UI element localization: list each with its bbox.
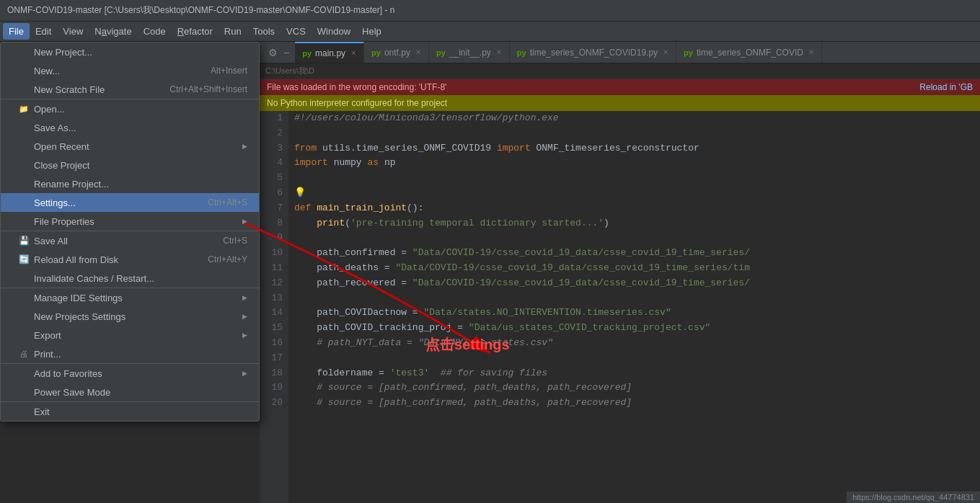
folder-icon: 📁 bbox=[18, 103, 30, 115]
reload-encoding-btn[interactable]: Reload in 'GB bbox=[919, 82, 973, 92]
code-editor[interactable]: 1 2 3 4 5 6 7 8 9 10 11 12 13 14 15 16 1… bbox=[260, 111, 980, 503]
tab-close-ontf[interactable]: ✕ bbox=[415, 48, 421, 56]
menu-export[interactable]: Export ▶ bbox=[1, 326, 259, 344]
menu-invalidate-caches[interactable]: Invalidate Caches / Restart... bbox=[1, 269, 259, 288]
menu-window[interactable]: Window bbox=[312, 23, 356, 40]
menu-vcs[interactable]: VCS bbox=[281, 23, 312, 40]
editor-container: ⚙ − py main.py ✕ py ontf.py ✕ py __init_… bbox=[260, 42, 980, 503]
interpreter-notification: No Python interpreter configured for the… bbox=[260, 95, 980, 111]
menu-navigate[interactable]: Navigate bbox=[89, 23, 137, 40]
menu-close-project[interactable]: Close Project bbox=[1, 156, 259, 174]
tab-close-main[interactable]: ✕ bbox=[350, 49, 356, 57]
settings-icon bbox=[18, 197, 30, 208]
tab-time-series2-py[interactable]: py time_series_ONMF_COVID ✕ bbox=[676, 42, 822, 63]
tab-close-time2[interactable]: ✕ bbox=[808, 48, 814, 56]
breadcrumb: C:\Users\我\D bbox=[260, 63, 980, 79]
menu-refactor[interactable]: Refactor bbox=[172, 23, 218, 40]
menu-new[interactable]: New... Alt+Insert bbox=[1, 61, 259, 80]
manage-ide-icon bbox=[18, 292, 30, 303]
minimize-btn[interactable]: − bbox=[282, 45, 291, 60]
menu-code[interactable]: Code bbox=[138, 23, 172, 40]
menu-edit[interactable]: Edit bbox=[30, 23, 57, 40]
tab-tools: ⚙ − bbox=[262, 42, 295, 63]
menu-manage-ide[interactable]: Manage IDE Settings ▶ bbox=[1, 288, 259, 307]
tab-close-init[interactable]: ✕ bbox=[496, 48, 502, 56]
ontf-py-icon: py bbox=[371, 48, 381, 57]
close-project-icon bbox=[18, 159, 30, 171]
reload-icon: 🔄 bbox=[18, 254, 30, 265]
click-settings-annotation: 点击settings bbox=[425, 335, 510, 355]
time-series-icon: py bbox=[517, 48, 526, 57]
menu-new-projects-settings[interactable]: New Projects Settings ▶ bbox=[1, 307, 259, 326]
recent-arrow: ▶ bbox=[242, 143, 247, 150]
power-save-icon bbox=[18, 386, 30, 398]
favorites-arrow: ▶ bbox=[242, 370, 247, 377]
tab-main-py[interactable]: py main.py ✕ bbox=[295, 42, 364, 63]
menu-settings[interactable]: Settings... Ctrl+Alt+S bbox=[1, 193, 259, 212]
line-numbers: 1 2 3 4 5 6 7 8 9 10 11 12 13 14 15 16 1… bbox=[260, 111, 288, 503]
new-projects-icon bbox=[18, 311, 30, 322]
menu-rename-project[interactable]: Rename Project... bbox=[1, 174, 259, 193]
export-arrow: ▶ bbox=[242, 331, 247, 339]
new-projects-arrow: ▶ bbox=[242, 313, 247, 320]
menu-file[interactable]: File bbox=[3, 23, 30, 40]
menu-add-favorites[interactable]: Add to Favorites ▶ bbox=[1, 364, 259, 383]
menu-save-as[interactable]: Save As... bbox=[1, 118, 259, 137]
settings-wheel-btn[interactable]: ⚙ bbox=[267, 45, 279, 60]
exit-icon bbox=[18, 406, 30, 417]
menu-new-scratch[interactable]: New Scratch File Ctrl+Alt+Shift+Insert bbox=[1, 80, 259, 99]
recent-icon bbox=[18, 141, 30, 152]
save-all-icon: 💾 bbox=[18, 235, 30, 246]
menu-print[interactable]: 🖨 Print... bbox=[1, 344, 259, 364]
menu-file-properties[interactable]: File Properties ▶ bbox=[1, 212, 259, 231]
init-py-icon: py bbox=[436, 48, 446, 57]
menu-new-project[interactable]: New Project... bbox=[1, 43, 259, 61]
tab-ontf-py[interactable]: py ontf.py ✕ bbox=[364, 42, 429, 63]
menu-reload-all[interactable]: 🔄 Reload All from Disk Ctrl+Alt+Y bbox=[1, 250, 259, 269]
tab-close-time[interactable]: ✕ bbox=[663, 48, 668, 56]
encoding-notification: File was loaded in the wrong encoding: '… bbox=[260, 79, 980, 95]
new-icon bbox=[18, 65, 30, 76]
main-py-icon: py bbox=[302, 49, 312, 58]
menu-run[interactable]: Run bbox=[218, 23, 247, 40]
export-icon bbox=[18, 329, 30, 341]
title-bar: ONMF-COVID19-master [C:\Users\我\Desktop\… bbox=[0, 0, 980, 22]
favorites-icon bbox=[18, 368, 30, 379]
file-props-icon bbox=[18, 215, 30, 227]
menu-view[interactable]: View bbox=[57, 23, 89, 40]
menu-power-save[interactable]: Power Save Mode bbox=[1, 383, 259, 402]
menu-open-recent[interactable]: Open Recent ▶ bbox=[1, 137, 259, 156]
menu-exit[interactable]: Exit bbox=[1, 402, 259, 421]
rename-icon bbox=[18, 178, 30, 190]
code-content[interactable]: #!/users/colou/Miniconda3/tensorflow/pyt… bbox=[288, 111, 980, 503]
menu-open[interactable]: 📁 Open... bbox=[1, 99, 259, 118]
tab-bar: ⚙ − py main.py ✕ py ontf.py ✕ py __init_… bbox=[260, 42, 980, 63]
scratch-icon bbox=[18, 84, 30, 95]
menu-help[interactable]: Help bbox=[356, 23, 387, 40]
menu-save-all[interactable]: 💾 Save All Ctrl+S bbox=[1, 231, 259, 250]
status-bar: https://blog.csdn.net/qq_44774831 bbox=[847, 491, 980, 503]
manage-ide-arrow: ▶ bbox=[242, 294, 247, 301]
title-text: ONMF-COVID19-master [C:\Users\我\Desktop\… bbox=[7, 4, 394, 17]
menu-bar: File Edit View Navigate Code Refactor Ru… bbox=[0, 22, 980, 42]
menu-tools[interactable]: Tools bbox=[247, 23, 281, 40]
new-project-icon bbox=[18, 46, 30, 58]
print-icon: 🖨 bbox=[18, 348, 30, 360]
file-props-arrow: ▶ bbox=[242, 218, 247, 225]
tab-time-series-py[interactable]: py time_series_ONMF_COVID19.py ✕ bbox=[510, 42, 676, 63]
tab-init-py[interactable]: py __init__.py ✕ bbox=[429, 42, 510, 63]
time-series2-icon: py bbox=[684, 48, 693, 57]
file-dropdown-menu: New Project... New... Alt+Insert New Scr… bbox=[0, 42, 260, 422]
save-as-icon bbox=[18, 122, 30, 133]
invalidate-icon bbox=[18, 272, 30, 284]
